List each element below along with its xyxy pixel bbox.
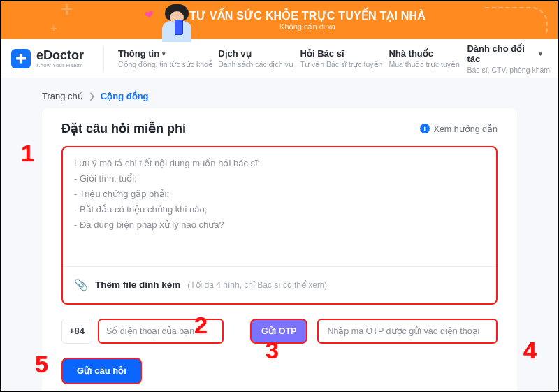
question-placeholder: Lưu ý mô tả chi tiết nội dung muốn hỏi b…	[63, 147, 496, 266]
banner-illustration	[155, 4, 197, 39]
plus-icon: +	[61, 0, 73, 21]
nav-item-thongtin[interactable]: Thông tin▾ Cộng đồng, tin tức sức khoẻ	[112, 44, 210, 73]
page-body: Trang chủ ❯ Cộng đồng Đặt câu hỏi miễn p…	[1, 78, 558, 391]
nav-item-hoibacsi[interactable]: Hỏi Bác sĩ Tư vấn Bác sĩ trực tuyến	[295, 44, 381, 73]
chevron-right-icon: ❯	[89, 92, 95, 101]
placeholder-line: - Triệu chứng gặp phải;	[74, 187, 485, 202]
info-icon: i	[420, 124, 430, 133]
country-code[interactable]: +84	[61, 319, 92, 344]
banner-title: TƯ VẤN SỨC KHỎE TRỰC TUYẾN TẠI NHÀ	[189, 9, 426, 22]
plus-icon: +	[50, 22, 57, 35]
heart-icon: ❤	[143, 8, 155, 22]
nav-subtitle: Cộng đồng, tin tức sức khoẻ	[118, 60, 204, 68]
logo-name: eDoctor	[36, 49, 84, 61]
submit-question-button[interactable]: Gửi câu hỏi	[61, 358, 142, 384]
placeholder-line: - Bắt đầu có triệu chứng khi nào;	[74, 202, 485, 217]
ask-question-card: Đặt câu hỏi miễn phí i Xem hướng dẫn Lưu…	[42, 108, 517, 392]
breadcrumb-current[interactable]: Cộng đồng	[101, 91, 149, 101]
paperclip-icon: 📎	[74, 275, 88, 294]
nav-title: Thông tin	[118, 48, 159, 59]
nav-subtitle: Bác sĩ, CTV, phòng khám	[467, 66, 542, 74]
nav-item-nhathuoc[interactable]: Nhà thuốc Mua thuốc trực tuyến	[383, 44, 458, 73]
logo[interactable]: eDoctor Know Your Health	[11, 49, 84, 68]
chevron-down-icon: ▾	[539, 50, 542, 57]
nav-separator	[103, 47, 104, 71]
breadcrumb-home[interactable]: Trang chủ	[42, 91, 83, 101]
nav-subtitle: Danh sách các dịch vụ	[218, 60, 286, 68]
attach-label: Thêm file đính kèm	[95, 277, 180, 293]
phone-input[interactable]: Số điện thoại của bạn	[98, 319, 224, 344]
question-textarea[interactable]: Lưu ý mô tả chi tiết nội dung muốn hỏi b…	[61, 146, 498, 305]
card-title: Đặt câu hỏi miễn phí	[61, 121, 186, 136]
logo-icon	[11, 49, 31, 68]
logo-tagline: Know Your Health	[36, 63, 84, 68]
view-guide-link[interactable]: i Xem hướng dẫn	[420, 124, 498, 134]
main-nav: eDoctor Know Your Health Thông tin▾ Cộng…	[1, 39, 558, 78]
placeholder-line: Lưu ý mô tả chi tiết nội dung muốn hỏi b…	[74, 156, 485, 171]
placeholder-line: - Đã dùng biện pháp xử lý nào chưa?	[74, 217, 485, 233]
nav-title: Dành cho đối tác	[467, 43, 536, 64]
nav-subtitle: Tư vấn Bác sĩ trực tuyến	[300, 60, 375, 68]
phone-otp-row: +84 Số điện thoại của bạn Gửi OTP Nhập m…	[61, 319, 498, 344]
nav-title: Dịch vụ	[218, 48, 251, 59]
nav-title: Nhà thuốc	[389, 48, 433, 59]
nav-item-doitac[interactable]: Dành cho đối tác▾ Bác sĩ, CTV, phòng khá…	[461, 39, 548, 78]
promo-banner: + + ❤ TƯ VẤN SỨC KHỎE TRỰC TUYẾN TẠI NHÀ…	[1, 1, 558, 39]
banner-subtitle: Không cần đi xa	[280, 22, 335, 31]
breadcrumb: Trang chủ ❯ Cộng đồng	[14, 87, 545, 108]
chevron-down-icon: ▾	[162, 50, 166, 57]
send-otp-button[interactable]: Gửi OTP	[250, 319, 307, 344]
otp-input[interactable]: Nhập mã OTP được gửi vào điện thoại	[317, 319, 498, 344]
nav-subtitle: Mua thuốc trực tuyến	[389, 60, 453, 68]
attach-note: (Tối đa 4 hình, chỉ Bác sĩ có thể xem)	[187, 278, 327, 292]
nav-item-dichvu[interactable]: Dịch vụ Danh sách các dịch vụ	[212, 44, 291, 73]
placeholder-line: - Giới tính, tuổi;	[74, 171, 485, 187]
decorative-dotted-line	[485, 7, 548, 32]
nav-title: Hỏi Bác sĩ	[300, 48, 344, 59]
guide-label: Xem hướng dẫn	[434, 124, 498, 134]
attach-file-row[interactable]: 📎 Thêm file đính kèm (Tối đa 4 hình, chỉ…	[63, 266, 496, 303]
